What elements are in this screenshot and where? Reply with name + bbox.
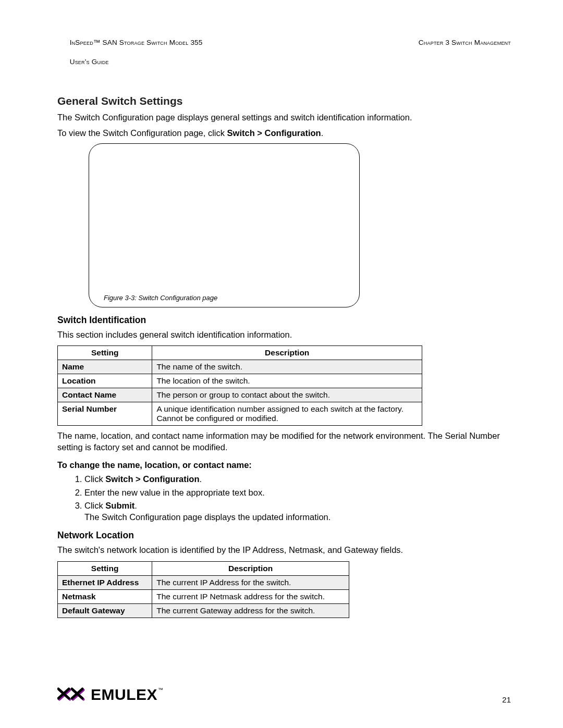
setting-desc: A unique identification number assigned … [152, 402, 422, 425]
setting-desc: The current IP Address for the switch. [152, 575, 349, 589]
figure-caption: Figure 3-3: Switch Configuration page [104, 294, 217, 302]
table-header-description: Description [152, 561, 349, 575]
setting-desc: The person or group to contact about the… [152, 388, 422, 402]
setting-name: Netmask [58, 589, 152, 603]
emulex-mark-icon [57, 685, 85, 704]
change-instructions-steps: Click Switch > Configuration. Enter the … [73, 473, 511, 523]
table-row: Ethernet IP Address The current IP Addre… [58, 575, 349, 589]
step-2: Enter the new value in the appropriate t… [84, 487, 511, 498]
network-location-heading: Network Location [57, 530, 511, 541]
switch-identification-heading: Switch Identification [57, 315, 511, 326]
setting-desc: The location of the switch. [152, 374, 422, 388]
header-left-line1: InSpeed™ SAN Storage Switch Model 355 [70, 39, 203, 46]
setting-name: Default Gateway [58, 603, 152, 618]
switch-identification-intro: This section includes general switch ide… [57, 329, 511, 340]
step-1: Click Switch > Configuration. [84, 473, 511, 485]
intro-p2-pre: To view the Switch Configuration page, c… [57, 128, 227, 138]
step-3-bold: Submit [105, 501, 134, 510]
network-location-intro: The switch's network location is identif… [57, 544, 511, 556]
setting-name: Serial Number [58, 402, 152, 425]
table-row: Netmask The current IP Netmask address f… [58, 589, 349, 603]
step-1-bold: Switch > Configuration [105, 474, 199, 484]
network-location-table: Setting Description Ethernet IP Address … [57, 561, 349, 618]
intro-p2-bold: Switch > Configuration [227, 128, 321, 138]
table-header-description: Description [152, 346, 422, 360]
step-3: Click Submit. The Switch Configuration p… [84, 500, 511, 523]
trademark-symbol: ™ [158, 687, 164, 693]
table-row: Default Gateway The current Gateway addr… [58, 603, 349, 618]
section-title: General Switch Settings [57, 95, 511, 107]
setting-name: Contact Name [58, 388, 152, 402]
setting-desc: The name of the switch. [152, 360, 422, 374]
setting-name: Location [58, 374, 152, 388]
brand-logo: EMULEX™ [57, 685, 163, 704]
intro-paragraph-2: To view the Switch Configuration page, c… [57, 127, 511, 139]
table-row: Name The name of the switch. [58, 360, 422, 374]
switch-identification-after: The name, location, and contact name inf… [57, 430, 511, 453]
page-footer: EMULEX™ 21 [0, 685, 563, 704]
figure-placeholder: Figure 3-3: Switch Configuration page [89, 143, 360, 307]
step-3-post: . [134, 501, 137, 510]
brand-text: EMULEX [91, 686, 157, 703]
change-instructions-lead: To change the name, location, or contact… [57, 460, 511, 470]
table-header-setting: Setting [58, 346, 152, 360]
switch-identification-table: Setting Description Name The name of the… [57, 346, 422, 426]
intro-p2-post: . [321, 128, 324, 138]
setting-name: Name [58, 360, 152, 374]
step-1-post: . [199, 474, 202, 484]
intro-paragraph-1: The Switch Configuration page displays g… [57, 112, 511, 123]
setting-desc: The current Gateway address for the swit… [152, 603, 349, 618]
step-3-pre: Click [84, 501, 105, 510]
table-header-setting: Setting [58, 561, 152, 575]
setting-desc: The current IP Netmask address for the s… [152, 589, 349, 603]
step-1-pre: Click [84, 474, 105, 484]
table-row: Location The location of the switch. [58, 374, 422, 388]
header-left-line2: User's Guide [70, 58, 109, 66]
step-3-line2: The Switch Configuration page displays t… [84, 512, 331, 522]
table-row: Contact Name The person or group to cont… [58, 388, 422, 402]
header-right-line1: Chapter 3 Switch Management [419, 39, 511, 46]
brand-wordmark: EMULEX™ [91, 686, 163, 704]
page-number: 21 [502, 695, 511, 704]
page-header: InSpeed™ SAN Storage Switch Model 355 Us… [57, 29, 511, 76]
setting-name: Ethernet IP Address [58, 575, 152, 589]
table-row: Serial Number A unique identification nu… [58, 402, 422, 425]
